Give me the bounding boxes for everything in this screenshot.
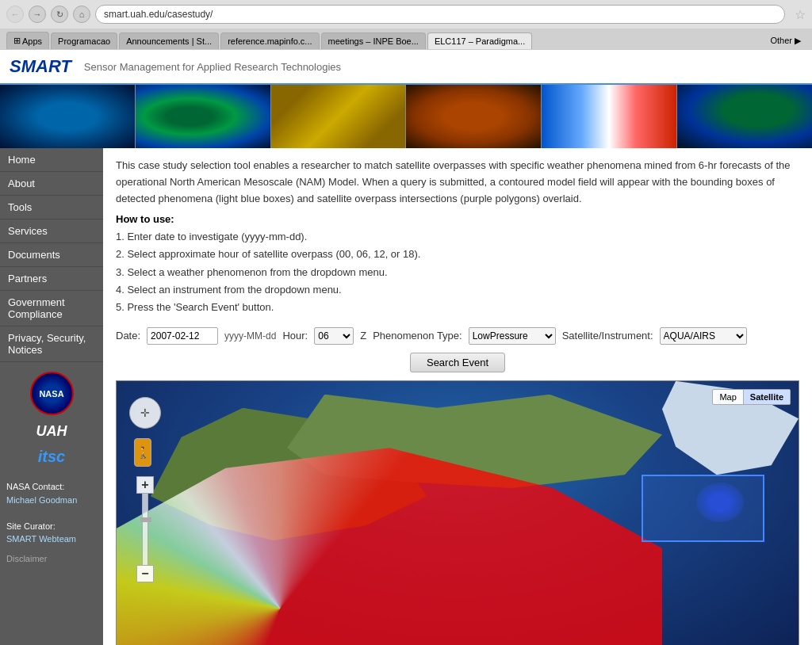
itsc-logo: itsc <box>38 448 65 466</box>
phenomenon-select[interactable]: LowPressure HighPressure Front Thunderst… <box>469 327 556 345</box>
how-to-step-5: 5. Press the 'Search Event' button. <box>116 299 799 316</box>
uah-logo: UAH <box>36 423 67 440</box>
hour-select[interactable]: 06 00 12 18 <box>314 327 354 345</box>
hero-panel-colormap <box>542 85 677 148</box>
controls-bar: Date: yyyy-MM-dd Hour: 06 00 12 18 Z Phe… <box>116 327 799 345</box>
map-bounding-box <box>642 475 764 542</box>
sidebar-item-privacy[interactable]: Privacy, Security, Notices <box>0 326 103 362</box>
sidebar-item-documents[interactable]: Documents <box>0 243 103 267</box>
zoom-thumb <box>140 517 151 522</box>
zoom-out-button[interactable]: − <box>136 565 154 582</box>
reload-button[interactable]: ↻ <box>51 6 68 23</box>
search-btn-wrap: Search Event <box>116 353 799 372</box>
map-type-satellite-button[interactable]: Satellite <box>744 390 790 404</box>
sidebar-contact: NASA Contact: Michael Goodman Site Curat… <box>0 475 103 551</box>
sidebar-item-services[interactable]: Services <box>0 219 103 243</box>
bookmark-star[interactable]: ☆ <box>795 7 806 22</box>
back-button[interactable]: ← <box>6 6 24 23</box>
how-to-step-4: 4. Select an instrument from the dropdow… <box>116 281 799 299</box>
smart-tagline: Sensor Management for Applied Research T… <box>84 61 341 73</box>
hero-banner <box>0 85 812 148</box>
street-view-icon: 🚶 <box>136 446 150 459</box>
date-format-hint: yyyy-MM-dd <box>224 330 276 342</box>
sidebar-logos: NASA UAH itsc <box>0 362 103 475</box>
hour-label: Hour: <box>282 330 308 342</box>
smart-logo: SMART <box>10 56 71 77</box>
map-container[interactable]: ✛ 🚶 + − Map Sat <box>116 380 799 645</box>
browser-tabs: ⊞ Apps Programacao Announcements | St...… <box>0 29 812 49</box>
search-event-button[interactable]: Search Event <box>410 353 505 372</box>
address-bar[interactable]: smart.uah.edu/casestudy/ <box>95 5 785 24</box>
url-text: smart.uah.edu/casestudy/ <box>104 9 213 20</box>
hero-panel-earth <box>677 85 812 148</box>
intro-paragraph: This case study selection tool enables a… <box>116 158 799 207</box>
browser-chrome: ← → ↻ ⌂ smart.uah.edu/casestudy/ ☆ ⊞ App… <box>0 0 812 50</box>
map-type-map-button[interactable]: Map <box>713 390 743 404</box>
date-label: Date: <box>116 330 140 342</box>
how-to-step-1: 1. Enter date to investigate (yyyy-mm-dd… <box>116 228 799 246</box>
page-wrapper: SMART Sensor Management for Applied Rese… <box>0 50 812 645</box>
sidebar: Home About Tools Services Documents Part… <box>0 148 103 645</box>
date-input[interactable] <box>147 327 218 345</box>
hero-panel-map <box>271 85 407 148</box>
sidebar-disclaimer[interactable]: Disclaimer <box>0 551 103 567</box>
phenomenon-label: Phenomenon Type: <box>373 330 462 342</box>
other-bookmarks[interactable]: Other ▶ <box>765 32 806 49</box>
hero-panel-hurricane <box>136 85 271 148</box>
nasa-contact-name: Michael Goodman <box>6 494 97 507</box>
sidebar-nav: Home About Tools Services Documents Part… <box>0 148 103 362</box>
tab-reference[interactable]: reference.mapinfo.c... <box>220 32 319 49</box>
instrument-select[interactable]: AQUA/AIRS TERRA/MODIS NOAA-18/AMSU GOES-… <box>660 327 747 345</box>
map-zoom-bar: + − <box>136 476 154 582</box>
tab-meetings[interactable]: meetings – INPE Boe... <box>321 32 426 49</box>
map-type-buttons: Map Satellite <box>712 389 791 405</box>
site-curator-name: SMART Webteam <box>6 532 97 546</box>
nasa-contact-label: NASA Contact: <box>6 480 97 494</box>
instrument-label: Satellite/Instrument: <box>562 330 653 342</box>
browser-toolbar: ← → ↻ ⌂ smart.uah.edu/casestudy/ ☆ <box>0 0 812 29</box>
how-to-title: How to use: <box>116 213 799 225</box>
sidebar-item-about[interactable]: About <box>0 172 103 196</box>
tab-elc117[interactable]: ELC117 – Paradigma... <box>427 32 532 49</box>
how-to-list: 1. Enter date to investigate (yyyy-mm-dd… <box>116 228 799 315</box>
apps-grid-icon: ⊞ <box>13 36 21 46</box>
content-area: This case study selection tool enables a… <box>103 148 812 645</box>
map-pan-control[interactable]: ✛ <box>129 397 161 429</box>
zoom-in-button[interactable]: + <box>136 476 154 494</box>
sidebar-item-gov-compliance[interactable]: Government Compliance <box>0 291 103 326</box>
sidebar-item-partners[interactable]: Partners <box>0 267 103 291</box>
sidebar-item-home[interactable]: Home <box>0 148 103 172</box>
tab-programacao[interactable]: Programacao <box>51 32 117 49</box>
pan-arrows-icon: ✛ <box>140 406 150 419</box>
hero-panel-storm <box>406 85 542 148</box>
map-person-control[interactable]: 🚶 <box>134 438 151 467</box>
nasa-logo: NASA <box>30 372 74 415</box>
how-to-step-3: 3. Select a weather phenomenon from the … <box>116 264 799 281</box>
forward-button[interactable]: → <box>29 6 46 23</box>
sidebar-item-tools[interactable]: Tools <box>0 196 103 219</box>
site-curator-label: Site Curator: <box>6 520 97 533</box>
smart-header: SMART Sensor Management for Applied Rese… <box>0 50 812 85</box>
hero-panel-satellite <box>0 85 136 148</box>
hour-suffix: Z <box>360 330 366 342</box>
how-to-step-2: 2. Select approximate hour of satellite … <box>116 246 799 263</box>
zoom-track[interactable] <box>142 494 148 565</box>
tab-announcements[interactable]: Announcements | St... <box>119 32 219 49</box>
map-nav-controls: ✛ <box>129 397 161 429</box>
home-button[interactable]: ⌂ <box>73 6 90 23</box>
main-layout: Home About Tools Services Documents Part… <box>0 148 812 645</box>
tab-apps[interactable]: ⊞ Apps <box>6 32 49 49</box>
